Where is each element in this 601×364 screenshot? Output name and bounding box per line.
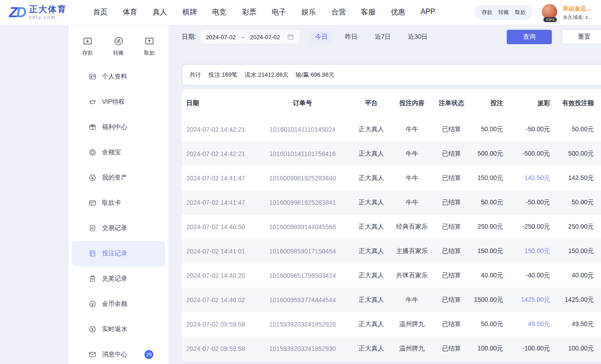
sidebar-item-2[interactable]: VIP特权 — [72, 89, 165, 115]
quick-action-label: 存款 — [82, 49, 93, 57]
date-separator: ~ — [241, 34, 245, 41]
cell-order-no: 1016010141110145024 — [254, 126, 351, 133]
date-range-picker[interactable]: 2024-07-02 ~ 2024-07-02 — [200, 30, 300, 44]
brand-logo[interactable]: ZD 正大体育 zdty.com — [9, 5, 67, 20]
cell-valid: 1425.00元 — [561, 296, 601, 304]
cell-bet: 50.00元 — [471, 198, 511, 207]
date-end[interactable]: 2024-07-02 — [250, 34, 280, 41]
range-2[interactable]: 昨日 — [340, 31, 362, 43]
cell-order-no: 1016009859017150464 — [254, 248, 351, 255]
sidebar-item-12[interactable]: 消息中心29 — [72, 342, 165, 364]
wallet-link-3[interactable]: 取款 — [515, 9, 526, 16]
user-box[interactable]: VIP4 幸运金总... 永久域名: z... — [542, 4, 592, 21]
sidebar-item-4[interactable]: 余额宝 — [72, 140, 165, 165]
cell-content: 主播百家乐 — [392, 247, 432, 255]
sidebar-item-8[interactable]: 投注记录 — [72, 241, 165, 266]
sidebar-item-label: 福利中心 — [102, 123, 127, 131]
table-row: 2024-07-02 14:42:211016010141101756416正大… — [182, 142, 601, 166]
wallet-link-1[interactable]: 存款 — [481, 9, 492, 16]
nav-item-3[interactable]: 真人 — [153, 8, 167, 17]
sidebar-item-11[interactable]: 实时返水 — [72, 317, 165, 342]
cell-content: 温州牌九 — [392, 345, 432, 353]
cell-date: 2024-07-02 14:40:20 — [182, 272, 254, 279]
sidebar-item-label: 交易记录 — [102, 224, 127, 232]
range-1[interactable]: 今日 — [310, 31, 333, 43]
idcard-icon — [88, 73, 97, 81]
cell-payout: 142.50元 — [511, 174, 561, 182]
cell-payout: 1425.00元 — [511, 296, 561, 304]
cell-date: 2024-07-02 14:42:21 — [182, 126, 254, 133]
quick-action-deposit[interactable]: 存款 — [82, 36, 93, 57]
quick-action-label: 取款 — [144, 49, 155, 57]
cell-date: 2024-07-02 14:40:50 — [182, 223, 254, 230]
col-bet-content-header: 投注内容 — [392, 99, 432, 107]
nav-item-1[interactable]: 首页 — [93, 8, 107, 17]
sidebar: 存款转账取款 个人资料VIP特权福利中心余额宝我的资产取款卡交易记录投注记录兑奖… — [69, 25, 168, 364]
cell-valid: 50.00元 — [561, 125, 601, 134]
cell-date: 2024-07-02 14:41:01 — [182, 248, 254, 255]
brand-logo-icon: ZD — [9, 5, 25, 19]
reset-button[interactable]: 重置 — [562, 30, 601, 44]
cell-status: 已结算 — [432, 125, 471, 134]
table-header-row: 日期订单号平台投注内容注单状态投注派彩有效投注额 — [182, 89, 601, 117]
cell-valid: 40.00元 — [561, 272, 601, 280]
cell-platform: 正大真人 — [351, 320, 392, 328]
col-order-no-header: 订单号 — [254, 99, 351, 107]
cell-bet: 250.00元 — [471, 223, 511, 231]
wallet-link-2[interactable]: 转账 — [498, 9, 509, 16]
cell-bet: 40.00元 — [471, 272, 511, 280]
summary-bar: 共计 投注:169笔 流水:21412.86元 输/赢:696.86元 — [182, 64, 601, 86]
cell-content: 牛牛 — [392, 296, 432, 304]
sidebar-item-9[interactable]: 兑奖记录 — [72, 266, 165, 291]
nav-item-4[interactable]: 棋牌 — [182, 8, 197, 17]
range-3[interactable]: 近7日 — [370, 31, 396, 43]
bet-records-table: 日期订单号平台投注内容注单状态投注派彩有效投注额 2024-07-02 14:4… — [182, 89, 601, 361]
cell-content: 温州牌九 — [392, 320, 432, 328]
nav-item-10[interactable]: 客服 — [361, 8, 375, 17]
sidebar-item-5[interactable]: 我的资产 — [72, 165, 165, 190]
col-date-header: 日期 — [182, 99, 254, 107]
cell-valid: 100.00元 — [561, 345, 601, 353]
nav-item-8[interactable]: 娱乐 — [301, 8, 316, 17]
sidebar-item-label: 兑奖记录 — [102, 275, 127, 283]
quick-action-withdraw[interactable]: 取款 — [144, 36, 155, 57]
cell-valid: 142.50元 — [561, 174, 601, 182]
gift-icon — [88, 123, 97, 131]
sidebar-item-6[interactable]: 取款卡 — [72, 190, 165, 216]
cell-platform: 正大真人 — [351, 223, 392, 231]
quick-action-transfer[interactable]: 转账 — [113, 36, 124, 57]
sidebar-quick-actions: 存款转账取款 — [69, 25, 168, 57]
goldcoin-icon — [88, 300, 97, 308]
nav-item-5[interactable]: 电竞 — [212, 8, 227, 17]
cell-status: 已结算 — [432, 247, 471, 255]
date-start[interactable]: 2024-07-02 — [206, 34, 236, 41]
search-button[interactable]: 查询 — [507, 30, 552, 44]
nav-item-9[interactable]: 合营 — [331, 8, 346, 17]
sidebar-item-7[interactable]: 交易记录 — [72, 216, 165, 241]
crown-icon — [88, 98, 97, 106]
cell-order-no: 1016009961925283840 — [254, 175, 351, 182]
redeem-icon — [88, 275, 97, 283]
sidebar-item-1[interactable]: 个人资料 — [72, 64, 165, 89]
nav-item-12[interactable]: APP — [421, 8, 435, 17]
cell-valid: 500.00元 — [561, 150, 601, 158]
cell-order-no: 1016009651798503424 — [254, 272, 351, 279]
nav-item-2[interactable]: 体育 — [123, 8, 137, 17]
col-platform-header: 平台 — [351, 99, 392, 107]
nav-item-6[interactable]: 彩票 — [242, 8, 256, 17]
sidebar-item-label: 实时返水 — [102, 325, 127, 333]
range-4[interactable]: 近30日 — [403, 31, 433, 43]
calendar-icon[interactable] — [287, 33, 294, 41]
cell-status: 已结算 — [432, 320, 471, 328]
avatar-wrap: VIP4 — [542, 4, 558, 21]
unread-count-badge: 29 — [144, 350, 153, 359]
sidebar-item-10[interactable]: 金币余额 — [72, 291, 165, 317]
sidebar-item-3[interactable]: 福利中心 — [72, 115, 165, 140]
table-row: 2024-07-02 14:42:211016010141110145024正大… — [182, 117, 601, 142]
cell-valid: 150.00元 — [561, 247, 601, 255]
brand-text: 正大体育 zdty.com — [29, 5, 67, 20]
cell-platform: 正大真人 — [351, 296, 392, 304]
nav-item-7[interactable]: 电子 — [272, 8, 286, 17]
cell-payout: -50.00元 — [511, 198, 561, 207]
nav-item-11[interactable]: 优惠 — [391, 8, 405, 17]
